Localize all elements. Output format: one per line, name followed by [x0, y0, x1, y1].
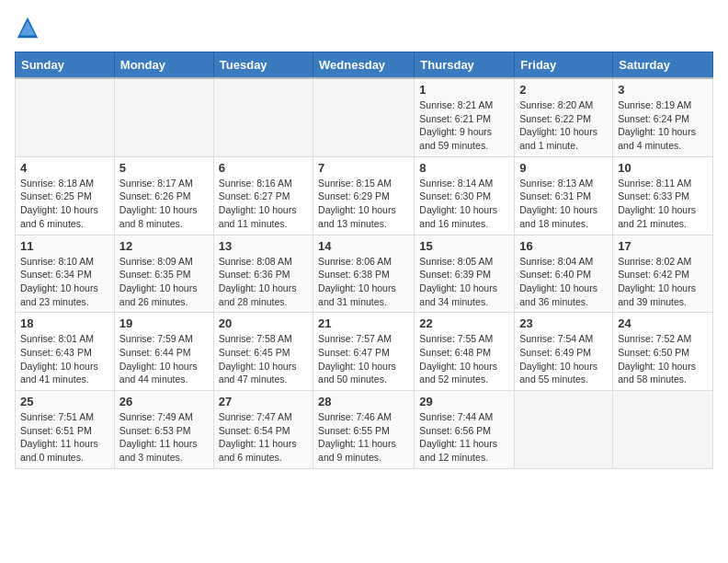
day-info: Sunrise: 8:10 AM Sunset: 6:34 PM Dayligh…: [20, 255, 109, 309]
day-number: 22: [419, 316, 509, 330]
day-info: Sunrise: 8:17 AM Sunset: 6:26 PM Dayligh…: [119, 177, 209, 231]
day-info: Sunrise: 8:16 AM Sunset: 6:27 PM Dayligh…: [219, 177, 308, 231]
day-number: 21: [318, 316, 409, 330]
calendar-cell: 23Sunrise: 7:54 AM Sunset: 6:49 PM Dayli…: [515, 313, 613, 391]
day-number: 15: [419, 239, 509, 253]
calendar-cell: 27Sunrise: 7:47 AM Sunset: 6:54 PM Dayli…: [213, 391, 313, 469]
week-row-4: 18Sunrise: 8:01 AM Sunset: 6:43 PM Dayli…: [16, 313, 713, 391]
week-row-3: 11Sunrise: 8:10 AM Sunset: 6:34 PM Dayli…: [16, 235, 713, 313]
day-info: Sunrise: 8:08 AM Sunset: 6:36 PM Dayligh…: [219, 255, 308, 309]
calendar-body: 1Sunrise: 8:21 AM Sunset: 6:21 PM Daylig…: [16, 78, 713, 468]
calendar-cell: 7Sunrise: 8:15 AM Sunset: 6:29 PM Daylig…: [313, 156, 415, 235]
calendar-cell: 4Sunrise: 8:18 AM Sunset: 6:25 PM Daylig…: [16, 156, 115, 235]
day-info: Sunrise: 8:21 AM Sunset: 6:21 PM Dayligh…: [419, 98, 509, 153]
calendar-cell: [16, 78, 115, 156]
weekday-header-friday: Friday: [515, 52, 613, 79]
weekday-header-tuesday: Tuesday: [213, 52, 313, 79]
day-number: 11: [20, 239, 109, 253]
day-number: 28: [318, 395, 409, 408]
day-number: 25: [20, 395, 109, 408]
day-number: 5: [119, 161, 209, 175]
calendar-cell: [613, 391, 713, 469]
calendar-cell: 24Sunrise: 7:52 AM Sunset: 6:50 PM Dayli…: [613, 313, 713, 391]
day-number: 6: [219, 161, 308, 175]
calendar-cell: 17Sunrise: 8:02 AM Sunset: 6:42 PM Dayli…: [613, 235, 713, 313]
calendar-table: SundayMondayTuesdayWednesdayThursdayFrid…: [15, 52, 713, 469]
day-info: Sunrise: 8:19 AM Sunset: 6:24 PM Dayligh…: [618, 98, 708, 153]
day-info: Sunrise: 8:04 AM Sunset: 6:40 PM Dayligh…: [519, 255, 608, 309]
day-info: Sunrise: 8:18 AM Sunset: 6:25 PM Dayligh…: [20, 177, 109, 231]
calendar-cell: 1Sunrise: 8:21 AM Sunset: 6:21 PM Daylig…: [415, 78, 515, 156]
calendar-cell: 29Sunrise: 7:44 AM Sunset: 6:56 PM Dayli…: [415, 391, 515, 469]
day-info: Sunrise: 8:05 AM Sunset: 6:39 PM Dayligh…: [419, 255, 509, 309]
day-info: Sunrise: 7:46 AM Sunset: 6:55 PM Dayligh…: [318, 410, 409, 465]
day-number: 18: [20, 316, 109, 330]
calendar-cell: 28Sunrise: 7:46 AM Sunset: 6:55 PM Dayli…: [313, 391, 415, 469]
day-number: 19: [119, 316, 209, 330]
day-number: 3: [618, 83, 708, 97]
calendar-cell: 13Sunrise: 8:08 AM Sunset: 6:36 PM Dayli…: [213, 235, 313, 313]
weekday-header-row: SundayMondayTuesdayWednesdayThursdayFrid…: [16, 52, 713, 79]
logo: [15, 15, 44, 40]
week-row-1: 1Sunrise: 8:21 AM Sunset: 6:21 PM Daylig…: [16, 78, 713, 156]
day-info: Sunrise: 7:55 AM Sunset: 6:48 PM Dayligh…: [419, 332, 509, 386]
day-number: 9: [519, 161, 608, 175]
page-header: [15, 15, 713, 40]
day-number: 14: [318, 239, 409, 253]
day-info: Sunrise: 8:14 AM Sunset: 6:30 PM Dayligh…: [419, 177, 509, 231]
day-number: 1: [419, 83, 509, 97]
day-number: 27: [219, 395, 308, 408]
weekday-header-thursday: Thursday: [415, 52, 515, 79]
calendar-cell: 20Sunrise: 7:58 AM Sunset: 6:45 PM Dayli…: [213, 313, 313, 391]
day-number: 8: [419, 161, 509, 175]
week-row-2: 4Sunrise: 8:18 AM Sunset: 6:25 PM Daylig…: [16, 156, 713, 235]
day-info: Sunrise: 7:58 AM Sunset: 6:45 PM Dayligh…: [219, 332, 308, 386]
week-row-5: 25Sunrise: 7:51 AM Sunset: 6:51 PM Dayli…: [16, 391, 713, 469]
day-info: Sunrise: 7:49 AM Sunset: 6:53 PM Dayligh…: [119, 410, 209, 465]
day-number: 20: [219, 316, 308, 330]
weekday-header-sunday: Sunday: [16, 52, 115, 79]
day-info: Sunrise: 8:15 AM Sunset: 6:29 PM Dayligh…: [318, 177, 409, 231]
calendar-cell: 19Sunrise: 7:59 AM Sunset: 6:44 PM Dayli…: [114, 313, 213, 391]
day-info: Sunrise: 8:20 AM Sunset: 6:22 PM Dayligh…: [519, 98, 608, 153]
calendar-cell: 18Sunrise: 8:01 AM Sunset: 6:43 PM Dayli…: [16, 313, 115, 391]
calendar-cell: 3Sunrise: 8:19 AM Sunset: 6:24 PM Daylig…: [613, 78, 713, 156]
calendar-cell: 15Sunrise: 8:05 AM Sunset: 6:39 PM Dayli…: [415, 235, 515, 313]
day-info: Sunrise: 7:54 AM Sunset: 6:49 PM Dayligh…: [519, 332, 608, 386]
weekday-header-saturday: Saturday: [613, 52, 713, 79]
day-number: 2: [519, 83, 608, 97]
calendar-header: SundayMondayTuesdayWednesdayThursdayFrid…: [16, 52, 713, 79]
day-number: 12: [119, 239, 209, 253]
calendar-cell: [515, 391, 613, 469]
day-info: Sunrise: 7:44 AM Sunset: 6:56 PM Dayligh…: [419, 410, 509, 465]
day-number: 16: [519, 239, 608, 253]
day-info: Sunrise: 8:13 AM Sunset: 6:31 PM Dayligh…: [519, 177, 608, 231]
calendar-cell: 8Sunrise: 8:14 AM Sunset: 6:30 PM Daylig…: [415, 156, 515, 235]
day-info: Sunrise: 8:09 AM Sunset: 6:35 PM Dayligh…: [119, 255, 209, 309]
calendar-cell: 6Sunrise: 8:16 AM Sunset: 6:27 PM Daylig…: [213, 156, 313, 235]
day-number: 24: [618, 316, 708, 330]
day-number: 23: [519, 316, 608, 330]
day-number: 29: [419, 395, 509, 408]
calendar-cell: 21Sunrise: 7:57 AM Sunset: 6:47 PM Dayli…: [313, 313, 415, 391]
calendar-cell: [114, 78, 213, 156]
day-info: Sunrise: 7:47 AM Sunset: 6:54 PM Dayligh…: [219, 410, 308, 465]
day-info: Sunrise: 8:02 AM Sunset: 6:42 PM Dayligh…: [618, 255, 708, 309]
calendar-cell: 14Sunrise: 8:06 AM Sunset: 6:38 PM Dayli…: [313, 235, 415, 313]
day-number: 4: [20, 161, 109, 175]
day-info: Sunrise: 7:59 AM Sunset: 6:44 PM Dayligh…: [119, 332, 209, 386]
calendar-cell: 10Sunrise: 8:11 AM Sunset: 6:33 PM Dayli…: [613, 156, 713, 235]
day-number: 10: [618, 161, 708, 175]
calendar-cell: 2Sunrise: 8:20 AM Sunset: 6:22 PM Daylig…: [515, 78, 613, 156]
calendar-cell: [313, 78, 415, 156]
day-info: Sunrise: 7:51 AM Sunset: 6:51 PM Dayligh…: [20, 410, 109, 465]
day-info: Sunrise: 8:11 AM Sunset: 6:33 PM Dayligh…: [618, 177, 708, 231]
day-info: Sunrise: 7:57 AM Sunset: 6:47 PM Dayligh…: [318, 332, 409, 386]
day-info: Sunrise: 7:52 AM Sunset: 6:50 PM Dayligh…: [618, 332, 708, 386]
calendar-cell: 9Sunrise: 8:13 AM Sunset: 6:31 PM Daylig…: [515, 156, 613, 235]
calendar-cell: 22Sunrise: 7:55 AM Sunset: 6:48 PM Dayli…: [415, 313, 515, 391]
calendar-cell: 11Sunrise: 8:10 AM Sunset: 6:34 PM Dayli…: [16, 235, 115, 313]
calendar-cell: 12Sunrise: 8:09 AM Sunset: 6:35 PM Dayli…: [114, 235, 213, 313]
day-number: 13: [219, 239, 308, 253]
weekday-header-wednesday: Wednesday: [313, 52, 415, 79]
